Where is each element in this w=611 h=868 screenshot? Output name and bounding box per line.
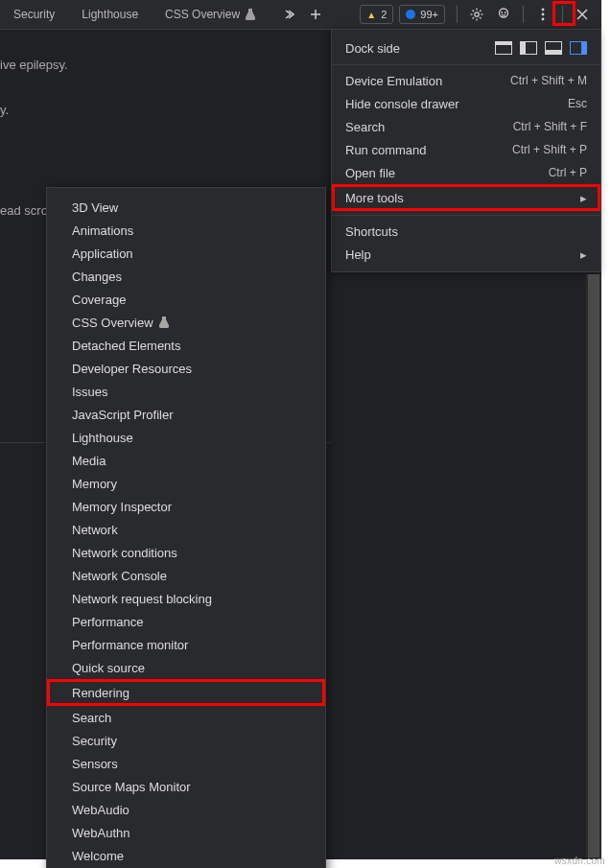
menu-more-tools[interactable]: More tools▸	[332, 184, 600, 211]
menu-shortcuts[interactable]: Shortcuts	[332, 220, 600, 243]
more-tools-item-label: Lighthouse	[72, 431, 133, 445]
more-tools-item-label: Performance	[72, 615, 143, 629]
more-tools-item-label: WebAuthn	[72, 826, 129, 840]
more-tools-item[interactable]: Detached Elements	[47, 334, 325, 357]
menu-run-command[interactable]: Run commandCtrl + Shift + P	[332, 138, 600, 161]
dock-undock-icon[interactable]	[495, 41, 512, 55]
beaker-icon	[159, 317, 169, 328]
more-tools-item[interactable]: Sensors	[47, 752, 325, 775]
more-tools-item[interactable]: WebAudio	[47, 798, 325, 821]
toolbar-divider	[457, 6, 458, 23]
svg-line-6	[480, 17, 482, 19]
chevron-right-icon: ▸	[580, 191, 587, 205]
tabs-overflow-button[interactable]	[278, 4, 299, 25]
main-menu-dropdown: Dock side Device EmulationCtrl + Shift +…	[331, 29, 601, 272]
more-tools-item-label: Rendering	[72, 686, 129, 700]
more-tools-item-label: Memory Inspector	[72, 500, 172, 514]
svg-point-0	[475, 12, 479, 16]
more-tools-item[interactable]: Quick source	[47, 656, 325, 679]
more-tools-item-label: JavaScript Profiler	[72, 408, 173, 422]
menu-label: Shortcuts	[345, 224, 398, 239]
menu-label: Help	[345, 247, 371, 262]
more-tools-item[interactable]: Animations	[47, 219, 325, 242]
more-tools-item-label: 3D View	[72, 200, 118, 215]
beaker-icon	[246, 9, 255, 20]
menu-device-emulation[interactable]: Device EmulationCtrl + Shift + M	[332, 69, 600, 92]
more-tools-item[interactable]: Rendering	[47, 679, 325, 706]
menu-label: Open file	[345, 166, 395, 180]
more-tools-item[interactable]: Developer Resources	[47, 357, 325, 380]
more-tools-item[interactable]: Memory Inspector	[47, 495, 325, 518]
tab-security[interactable]: Security	[0, 0, 68, 29]
svg-point-9	[500, 9, 508, 17]
more-tools-item[interactable]: Application	[47, 242, 325, 265]
more-tools-item-label: Media	[72, 454, 106, 468]
kebab-menu-button[interactable]	[532, 4, 553, 25]
more-tools-item[interactable]: Lighthouse	[47, 426, 325, 449]
more-tools-item[interactable]: Media	[47, 449, 325, 472]
svg-line-5	[473, 11, 475, 12]
more-tools-item[interactable]: Coverage	[47, 288, 325, 311]
more-tools-item-label: Animations	[72, 223, 133, 238]
tab-label: Lighthouse	[82, 8, 138, 21]
vertical-scrollbar[interactable]	[586, 274, 601, 857]
more-tools-item[interactable]: Source Maps Monitor	[47, 775, 325, 798]
more-tools-item-label: Performance monitor	[72, 638, 188, 652]
more-tools-item-label: Changes	[72, 270, 122, 284]
more-tools-item[interactable]: Performance monitor	[47, 633, 325, 656]
chevron-right-icon: ▸	[580, 247, 587, 262]
bg-text: ive epilepsy.	[0, 58, 331, 72]
menu-label: More tools	[345, 191, 404, 205]
tab-css-overview[interactable]: CSS Overview	[152, 0, 269, 29]
more-tools-item[interactable]: Performance	[47, 610, 325, 633]
toolbar-divider	[523, 6, 524, 23]
more-tools-item[interactable]: CSS Overview	[47, 311, 325, 334]
more-tools-item[interactable]: WebAuthn	[47, 821, 325, 844]
add-tab-button[interactable]	[305, 4, 326, 25]
more-tools-item[interactable]: Issues	[47, 380, 325, 403]
more-tools-item-label: Quick source	[72, 661, 145, 675]
watermark: wsxdn.com	[554, 856, 605, 866]
tab-label: CSS Overview	[165, 8, 240, 21]
more-tools-item[interactable]: Memory	[47, 472, 325, 495]
more-tools-item[interactable]: Network	[47, 518, 325, 541]
menu-shortcut: Ctrl + Shift + F	[513, 120, 587, 133]
tab-label: Security	[13, 8, 55, 21]
menu-search[interactable]: SearchCtrl + Shift + F	[332, 115, 600, 138]
more-tools-item-label: Detached Elements	[72, 339, 180, 353]
menu-help[interactable]: Help▸	[332, 243, 600, 266]
more-tools-item[interactable]: Network Console	[47, 564, 325, 587]
menu-hide-console[interactable]: Hide console drawerEsc	[332, 92, 600, 115]
svg-point-12	[542, 9, 545, 12]
info-badge[interactable]: 99+	[399, 5, 445, 24]
more-tools-item[interactable]: Welcome	[47, 844, 325, 867]
dock-left-icon[interactable]	[520, 41, 537, 55]
menu-label: Run command	[345, 143, 427, 157]
more-tools-item[interactable]: JavaScript Profiler	[47, 403, 325, 426]
feedback-icon[interactable]	[493, 4, 514, 25]
menu-open-file[interactable]: Open fileCtrl + P	[332, 161, 600, 184]
close-icon[interactable]	[572, 4, 593, 25]
bg-text: y.	[0, 103, 331, 117]
svg-line-7	[480, 11, 482, 12]
more-tools-item[interactable]: Network conditions	[47, 541, 325, 564]
svg-point-13	[542, 13, 545, 16]
warnings-count: 2	[381, 9, 387, 20]
tab-lighthouse[interactable]: Lighthouse	[68, 0, 152, 29]
warnings-badge[interactable]: ▲ 2	[360, 5, 393, 24]
svg-point-14	[542, 18, 545, 21]
scrollbar-thumb[interactable]	[588, 274, 599, 857]
more-tools-item[interactable]: Security	[47, 729, 325, 752]
more-tools-item-label: Issues	[72, 385, 108, 399]
dock-right-icon[interactable]	[570, 41, 587, 55]
toolbar-divider	[562, 6, 563, 23]
more-tools-item[interactable]: Network request blocking	[47, 587, 325, 610]
more-tools-item[interactable]: 3D View	[47, 196, 325, 219]
gear-icon[interactable]	[466, 4, 487, 25]
more-tools-item[interactable]: Changes	[47, 265, 325, 288]
more-tools-item[interactable]: Search	[47, 706, 325, 729]
svg-point-10	[501, 12, 503, 13]
more-tools-item-label: Coverage	[72, 293, 126, 307]
dock-bottom-icon[interactable]	[545, 41, 562, 55]
menu-shortcut: Ctrl + Shift + M	[510, 74, 587, 87]
